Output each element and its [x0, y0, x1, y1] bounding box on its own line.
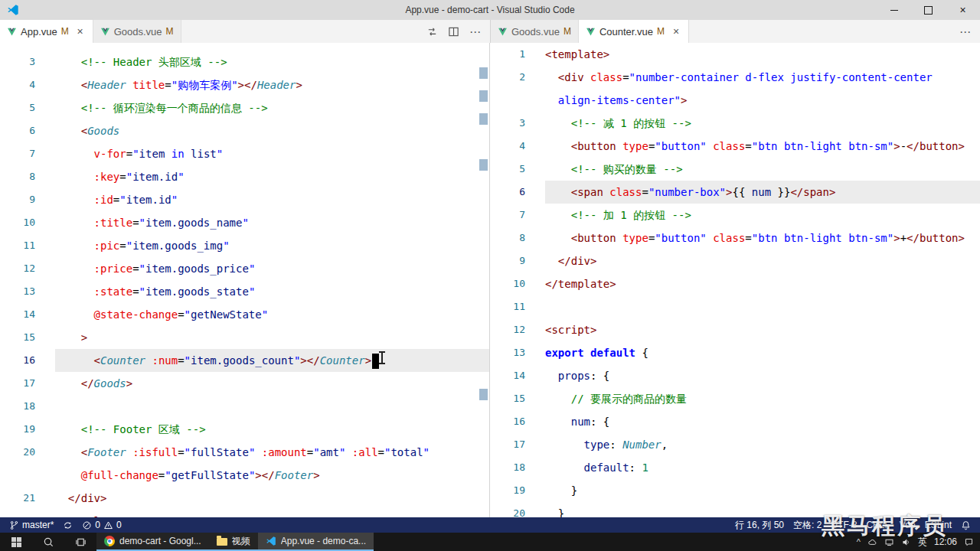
line-number: 8: [0, 165, 35, 188]
overview-ruler-mark: [479, 67, 488, 79]
tab-goods-vue[interactable]: Goods.vue M: [93, 20, 181, 43]
code-line: @full-change="getFullState"></Footer>: [0, 464, 489, 487]
editor-group-left-tabs: App.vue M × Goods.vue M ⋯: [0, 20, 490, 43]
code-line: 3<!-- Header 头部区域 -->: [0, 51, 489, 73]
code-text: }: [545, 479, 577, 502]
editor-app-vue[interactable]: 3<!-- Header 头部区域 -->4<Header title="购物车…: [0, 43, 490, 517]
notification-center-icon[interactable]: [964, 537, 974, 547]
task-view-icon: [75, 536, 87, 548]
code-text: align-items-center">: [545, 89, 687, 112]
line-number: 19: [490, 479, 525, 502]
line-number: 15: [0, 326, 35, 349]
code-text: <Counter :num="item.goods_count"></Count…: [55, 349, 379, 372]
tab-close-icon[interactable]: ×: [75, 25, 86, 37]
close-button[interactable]: ×: [946, 0, 980, 20]
tab-label: Goods.vue: [511, 26, 560, 37]
eslint-status[interactable]: ESLint: [920, 517, 956, 533]
errors-count: 0: [95, 520, 100, 530]
network-icon[interactable]: [884, 537, 894, 547]
line-number: 5: [490, 158, 525, 181]
more-actions-icon[interactable]: ⋯: [959, 26, 971, 37]
vue-file-icon: [586, 27, 596, 37]
code-text: </template>: [545, 272, 616, 295]
taskbar-app-label: demo-cart - Googl...: [119, 536, 201, 546]
code-line: 17type: Number,: [490, 433, 980, 456]
eol-status[interactable]: CRLF: [861, 517, 894, 533]
line-number: 2: [490, 66, 525, 89]
code-line: 19}: [490, 479, 980, 502]
code-text: props: {: [545, 364, 609, 387]
git-modified-badge: M: [564, 26, 571, 37]
line-number: 1: [490, 43, 525, 66]
line-number: 3: [490, 112, 525, 135]
more-actions-icon[interactable]: ⋯: [469, 26, 481, 37]
editor-counter-vue[interactable]: 1<template>2<div class="number-container…: [490, 43, 980, 517]
tab-goods-vue-right[interactable]: Goods.vue M: [491, 20, 579, 43]
split-editor-icon[interactable]: [448, 26, 459, 37]
status-bar: master* 0 0 行 16, 列 50 空格: 2 UTF-8 CRLF …: [0, 517, 980, 533]
code-text: <script>: [545, 318, 596, 341]
maximize-button[interactable]: [911, 0, 946, 20]
bell-icon: [961, 520, 971, 530]
code-text: <!-- 加 1 的按钮 -->: [545, 204, 691, 227]
code-text: :state="item.goods_state": [55, 280, 255, 303]
encoding-status[interactable]: UTF-8: [826, 517, 861, 533]
code-line: 14@state-change="getNewState": [0, 303, 489, 326]
window-controls: ×: [877, 0, 980, 20]
code-line: 8<button type="button" class="btn btn-li…: [490, 227, 980, 249]
onedrive-icon[interactable]: [867, 537, 877, 547]
branch-name: master*: [22, 520, 54, 530]
problems-status[interactable]: 0 0: [77, 517, 126, 533]
language-mode[interactable]: Vue: [895, 517, 920, 533]
line-number: [0, 464, 35, 487]
start-button[interactable]: [0, 533, 32, 551]
code-text: :title="item.goods_name": [55, 211, 249, 234]
taskbar-app-label: App.vue - demo-ca...: [281, 536, 366, 546]
taskbar-app-videos[interactable]: 视频: [209, 533, 258, 551]
code-line: 13:state="item.goods_state": [0, 280, 489, 303]
warnings-count: 0: [116, 520, 122, 530]
text-cursor: [372, 354, 379, 369]
vue-file-icon: [498, 27, 508, 37]
tab-close-icon[interactable]: ×: [671, 25, 681, 37]
line-number: 6: [490, 181, 525, 204]
code-text: <template>: [545, 43, 609, 66]
tab-app-vue[interactable]: App.vue M ×: [0, 20, 93, 43]
clock[interactable]: 12:06: [934, 536, 957, 547]
minimize-button[interactable]: [877, 0, 911, 20]
git-branch-status[interactable]: master*: [5, 517, 58, 533]
code-text: <!-- 循环渲染每一个商品的信息 -->: [55, 96, 268, 119]
line-number: 9: [0, 188, 35, 211]
code-text: <!-- 减 1 的按钮 -->: [545, 112, 691, 135]
line-number: 4: [0, 73, 35, 96]
ime-language-indicator[interactable]: 英: [918, 536, 927, 549]
line-number: 5: [0, 96, 35, 119]
volume-icon[interactable]: [901, 537, 911, 547]
line-number: 16: [0, 349, 35, 372]
code-text: :key="item.id": [55, 165, 185, 188]
code-line: 7v-for="item in list": [0, 142, 489, 165]
sync-icon: [63, 520, 73, 530]
code-line: 4<Header title="购物车案例"></Header>: [0, 73, 489, 96]
taskbar-app-chrome[interactable]: demo-cart - Googl...: [96, 533, 209, 551]
taskbar-app-vscode[interactable]: App.vue - demo-ca...: [258, 533, 374, 551]
cursor-position[interactable]: 行 16, 列 50: [730, 517, 789, 533]
code-text: type: Number,: [545, 433, 668, 456]
code-text: :id="item.id": [55, 188, 178, 211]
line-number: 18: [0, 395, 35, 418]
code-line: 19<!-- Footer 区域 -->: [0, 418, 489, 441]
code-line: 8:key="item.id": [0, 165, 489, 188]
code-line: 11:pic="item.goods_img": [0, 234, 489, 257]
hidden-icons-chevron[interactable]: ^: [857, 537, 861, 546]
task-view-button[interactable]: [64, 533, 96, 551]
sync-status[interactable]: [58, 517, 77, 533]
tab-counter-vue[interactable]: Counter.vue M ×: [579, 20, 689, 43]
warnings-icon: [103, 520, 113, 530]
search-button[interactable]: [32, 533, 64, 551]
open-changes-icon[interactable]: [426, 26, 438, 37]
editor-actions: ⋯: [959, 20, 980, 43]
notifications-button[interactable]: [956, 517, 975, 533]
code-line: 5<!-- 循环渲染每一个商品的信息 -->: [0, 96, 489, 119]
code-text: </template>: [55, 510, 126, 517]
indentation-status[interactable]: 空格: 2: [789, 517, 826, 533]
